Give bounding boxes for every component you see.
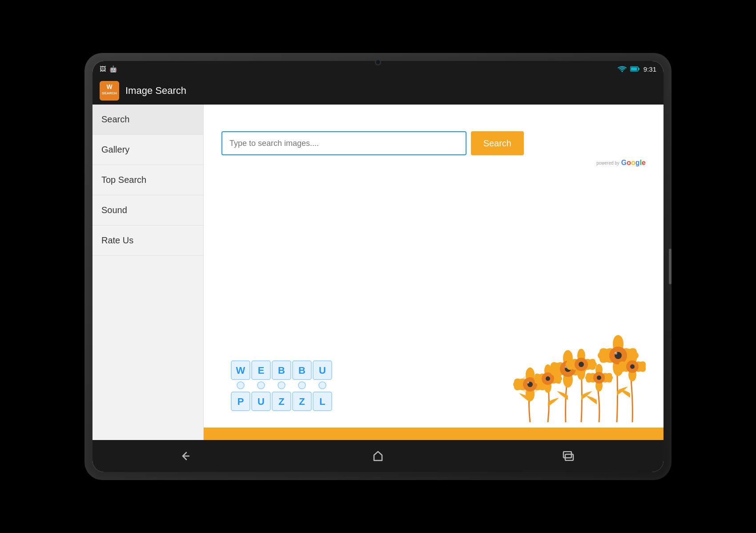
svg-point-105 [630,364,635,369]
app-icon: W SEARCH [100,81,119,101]
svg-text:E: E [258,365,265,376]
sidebar-item-rate-us[interactable]: Rate Us [92,226,203,256]
content-area: Search powered by Google [204,105,664,440]
app-bar: W SEARCH Image Search [92,77,664,105]
recents-button[interactable] [555,447,582,465]
tablet-screen: 🖼 🤖 [92,61,664,472]
svg-point-26 [319,382,326,389]
svg-point-53 [546,376,550,381]
svg-text:U: U [319,365,326,376]
status-left-icons: 🖼 🤖 [100,65,117,73]
svg-point-24 [278,382,285,389]
search-button[interactable]: Search [471,131,524,155]
svg-point-22 [237,382,244,389]
google-logo: Google [621,159,646,167]
home-button[interactable] [365,447,391,465]
powered-by-google: powered by Google [596,159,646,167]
svg-point-84 [597,376,601,380]
svg-point-25 [298,382,306,389]
svg-text:P: P [237,396,244,407]
svg-point-0 [621,71,623,72]
svg-rect-2 [638,68,639,70]
camera-dot [375,59,381,65]
puzzle-logo: .puzzle-blue { fill: #2196f3; } .puzzle-… [230,360,337,413]
back-button[interactable] [174,447,201,465]
sidebar: Search Gallery Top Search Sound Rate Us [92,105,204,440]
svg-point-23 [257,382,265,389]
battery-icon [630,66,640,72]
volume-button [669,249,672,284]
status-right-icons: 9:31 [618,65,656,73]
svg-text:Z: Z [299,396,305,407]
svg-point-74 [579,362,584,367]
nav-bar [92,440,664,472]
sidebar-item-top-search[interactable]: Top Search [92,165,203,195]
search-section: Search powered by Google [204,105,664,176]
banner-area: .puzzle-blue { fill: #2196f3; } .puzzle-… [204,176,664,440]
search-row: Search [221,131,524,155]
sidebar-item-sound[interactable]: Sound [92,195,203,226]
app-title: Image Search [125,85,186,97]
sidebar-item-search[interactable]: Search [92,105,203,135]
svg-text:W: W [106,83,113,90]
svg-point-95 [615,352,617,355]
flowers-illustration: .stem { stroke: #e67e22; stroke-width: 3… [503,324,646,413]
status-time: 9:31 [643,65,656,73]
main-content: Search Gallery Top Search Sound Rate Us [92,105,664,440]
android-status-icon: 🤖 [109,65,117,73]
tablet-device: 🖼 🤖 [84,53,672,480]
image-status-icon: 🖼 [100,65,106,73]
svg-text:SEARCH: SEARCH [102,91,117,95]
wifi-icon [618,66,627,72]
svg-point-43 [527,382,529,384]
svg-text:U: U [257,396,265,407]
svg-rect-3 [631,68,637,71]
svg-text:W: W [236,365,245,376]
svg-text:L: L [319,396,325,407]
svg-text:B: B [298,365,306,376]
svg-text:B: B [278,365,285,376]
footer-orange-bar [204,428,664,440]
search-input[interactable] [221,131,466,155]
screen-content: 🖼 🤖 [92,61,664,472]
svg-text:Z: Z [278,396,284,407]
sidebar-item-gallery[interactable]: Gallery [92,135,203,165]
